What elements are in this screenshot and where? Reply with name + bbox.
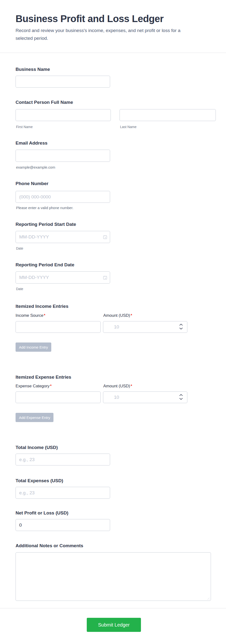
required-asterisk: * [44,314,45,318]
end-date-sublabel: Date [16,287,23,291]
chevron-up-icon[interactable] [179,394,183,396]
page-title: Business Profit and Loss Ledger [16,13,164,24]
chevron-down-icon[interactable] [179,328,183,330]
required-asterisk: * [50,384,52,388]
last-name-input[interactable] [120,109,216,121]
calendar-icon[interactable] [103,276,107,281]
business-name-input[interactable] [16,76,110,88]
income-source-input[interactable] [16,321,101,333]
income-amount-spinner [179,324,183,330]
expense-category-input[interactable] [16,392,101,403]
end-date-input[interactable] [16,272,110,284]
total-expenses-input[interactable] [16,487,110,499]
end-date-label: Reporting Period End Date [16,262,74,268]
chevron-down-icon[interactable] [179,398,183,400]
net-profit-input[interactable] [16,519,110,531]
calendar-icon[interactable] [103,235,107,240]
email-input[interactable] [16,150,110,162]
page-subtitle-line2: selected period. [16,36,48,41]
net-profit-label: Net Profit or Loss (USD) [16,510,68,516]
income-section-heading: Itemized Income Entries [16,304,69,309]
business-name-label: Business Name [16,66,50,72]
form-page: Business Profit and Loss Ledger Record a… [0,0,226,644]
expense-amount-label: Amount (USD)* [103,384,132,388]
start-date-input[interactable] [16,231,110,243]
expense-amount-spinner [179,394,183,400]
expense-section-heading: Itemized Expense Entries [16,374,71,380]
last-name-sublabel: Last Name [120,125,137,129]
start-date-sublabel: Date [16,246,23,250]
contact-name-label: Contact Person Full Name [16,100,73,105]
resize-handle-icon[interactable] [207,597,209,600]
first-name-input[interactable] [16,109,111,121]
phone-helper: Please enter a valid phone number. [16,206,73,210]
add-expense-entry-button[interactable]: Add Expense Entry [16,413,53,422]
phone-label: Phone Number [16,181,48,186]
expense-amount-input[interactable] [103,392,187,403]
income-source-label: Income Source* [16,313,45,318]
required-asterisk: * [131,314,132,318]
notes-textarea[interactable] [16,552,211,601]
page-subtitle: Record and review your business's income… [16,27,180,42]
required-asterisk: * [131,384,132,388]
notes-label: Additional Notes or Comments [16,543,83,548]
email-label: Email Address [16,140,47,146]
add-income-entry-button[interactable]: Add Income Entry [16,342,51,352]
phone-input[interactable] [16,191,110,203]
header-divider [0,53,226,53]
submit-ledger-button[interactable]: Submit Ledger [87,618,141,632]
expense-category-label: Expense Category* [16,384,52,388]
total-expenses-label: Total Expenses (USD) [16,478,63,484]
total-income-input[interactable] [16,454,110,466]
income-amount-label: Amount (USD)* [103,313,132,318]
start-date-label: Reporting Period Start Date [16,222,76,227]
first-name-sublabel: First Name [16,125,33,129]
email-helper: example@example.com [16,165,55,170]
income-amount-input[interactable] [103,321,187,333]
total-income-label: Total Income (USD) [16,444,58,450]
chevron-up-icon[interactable] [179,324,183,326]
page-subtitle-line1: Record and review your business's income… [16,28,180,33]
footer-divider [0,608,226,608]
